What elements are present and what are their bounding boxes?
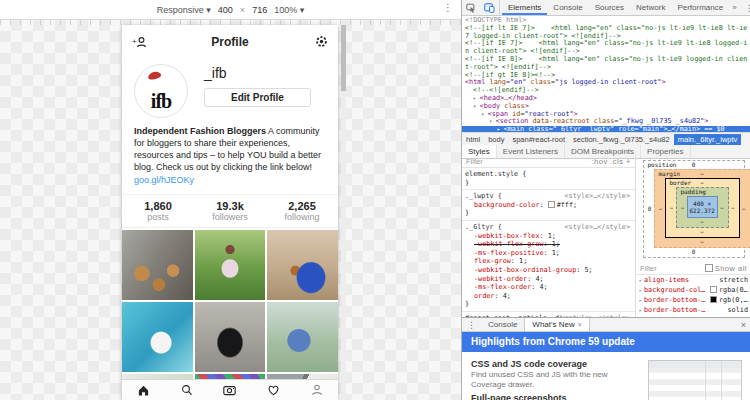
grid-photo-floral-dress-field[interactable] <box>195 230 266 300</box>
styles-pane: Filter :hov .cls + element.style {}._lwp… <box>462 155 636 318</box>
inspect-element-icon[interactable] <box>462 0 480 15</box>
devtools-tab-console[interactable]: Console <box>547 0 588 15</box>
device-emulation-pane: Responsive ▾ 400 × 716 100% ▾ ⋮ + Profil… <box>0 0 461 400</box>
stat-posts[interactable]: 1,860posts <box>122 200 194 222</box>
whats-new-text-coverage: Find unused CSS and JS with the new Cove… <box>471 370 638 390</box>
whats-new-tab-close-icon[interactable]: × <box>578 321 582 328</box>
styles-rules: element.style {}._lwptv {<style>…</style… <box>462 168 635 318</box>
breadcrumb-item[interactable]: span#react-root <box>508 134 569 145</box>
stat-following[interactable]: 2,265following <box>266 200 338 222</box>
devtools-tab-elements[interactable]: Elements <box>502 0 547 15</box>
viewport-scrollbar-thumb[interactable] <box>341 25 346 91</box>
page-title: Profile <box>122 35 338 49</box>
dom-node[interactable]: <!--[if IE 8]> <html lang="en" class="no… <box>462 56 750 72</box>
avatar[interactable]: ifb <box>134 64 188 118</box>
devtools-tab-network[interactable]: Network <box>630 0 671 15</box>
viewport-width-field[interactable]: 400 <box>218 5 233 15</box>
viewport-scrollbar[interactable] <box>341 25 346 400</box>
grid-photo-blue-skirt-steps[interactable] <box>267 230 338 300</box>
heart-icon[interactable] <box>267 384 280 396</box>
whats-new-heading-coverage: CSS and JS code coverage <box>471 359 638 369</box>
stats-row: 1,860posts19.3kfollowers2,265following <box>122 194 338 228</box>
edit-profile-button[interactable]: Edit Profile <box>204 88 311 107</box>
more-tabs-chevron[interactable]: » <box>729 0 739 15</box>
ifb-lips-logo-icon <box>147 71 161 81</box>
style-rule[interactable]: ._lwptv {<style>…</style>background-colo… <box>462 190 635 221</box>
grid-photo-coffee-flatlay[interactable] <box>122 230 193 300</box>
device-mode-toolbar: Responsive ▾ 400 × 716 100% ▾ ⋮ <box>0 0 461 20</box>
toggle-element-state-button[interactable]: :hov <box>591 157 607 166</box>
drawer-menu-icon[interactable]: ⋮ <box>462 318 481 331</box>
search-icon[interactable] <box>181 384 193 396</box>
show-all-checkbox[interactable] <box>705 264 713 272</box>
breadcrumb-item[interactable]: body <box>484 134 508 145</box>
profile-icon[interactable] <box>311 384 323 396</box>
dom-node[interactable]: <!--[if lt IE 7]> <html lang="en" class=… <box>462 25 750 41</box>
stat-followers[interactable]: 19.3kfollowers <box>194 200 266 222</box>
whats-new-thumbnail <box>648 360 742 400</box>
whats-new-body: CSS and JS code coverage Find unused CSS… <box>462 352 750 400</box>
box-model-margin: margin−−border−−padding−−400 × 622.372−−… <box>654 169 750 248</box>
drawer-close-icon[interactable]: × <box>736 318 750 331</box>
box-model-content: 400 × 622.372 <box>687 196 718 218</box>
styles-area: Filter :hov .cls + element.style {}._lwp… <box>462 155 750 318</box>
gear-icon[interactable] <box>315 35 328 48</box>
drawer-tab-console[interactable]: Console <box>481 318 524 331</box>
computed-property[interactable]: ▸background-colorrgba(0, 0, 0, 0) <box>636 285 750 295</box>
device-type-dropdown[interactable]: Responsive ▾ <box>157 5 211 15</box>
show-all-label: Show all <box>715 264 747 273</box>
profile-section: ifb _ifb Edit Profile <box>122 58 338 118</box>
whats-new-heading-screenshots: Full-page screenshots <box>471 393 638 400</box>
box-model-border: border−−padding−−400 × 622.372−−−− <box>665 178 740 238</box>
style-origin-link[interactable]: <style>…</style> <box>565 223 630 232</box>
instagram-tab-bar <box>122 379 338 400</box>
dimension-separator: × <box>240 5 245 15</box>
whats-new-banner: Highlights from Chrome 59 update <box>462 332 750 352</box>
breadcrumb-item[interactable]: section._fkwg._0l735._s4u82 <box>569 134 674 145</box>
add-people-icon[interactable]: + <box>132 36 147 48</box>
browser-window: Responsive ▾ 400 × 716 100% ▾ ⋮ + Profil… <box>0 0 750 400</box>
zoom-dropdown[interactable]: 100% ▾ <box>274 5 304 15</box>
grid-photo-poolside-white[interactable] <box>122 302 193 372</box>
photo-grid <box>122 230 338 400</box>
devtools-tab-strip: ElementsConsoleSourcesNetworkPerformance <box>502 0 729 15</box>
home-icon[interactable] <box>137 384 150 397</box>
bio-link[interactable]: goo.gl/hJEOKy <box>134 175 194 185</box>
styles-filter-input[interactable]: Filter <box>466 157 483 166</box>
devtools-tab-performance[interactable]: Performance <box>671 0 729 15</box>
grid-photo-black-outfit[interactable] <box>195 302 266 372</box>
computed-filter-input[interactable]: Filter <box>640 264 657 273</box>
computed-properties: ▸align-itemsstretch▸background-colorrgba… <box>636 275 750 318</box>
device-toolbar-menu-icon[interactable]: ⋮ <box>443 2 453 13</box>
mobile-viewport: + Profile ifb _ifb Edit Profile <box>122 25 338 400</box>
viewport-height-field[interactable]: 716 <box>252 5 267 15</box>
element-classes-button[interactable]: .cls <box>610 157 623 166</box>
svg-text:+: + <box>132 37 137 46</box>
style-rule[interactable]: ._6ltyr {<style>…</style>-webkit-box-fle… <box>462 221 635 312</box>
devtools-tab-sources[interactable]: Sources <box>589 0 630 15</box>
dom-tree: <!DOCTYPE html><!--[if lt IE 7]> <html l… <box>462 16 750 132</box>
style-origin-link[interactable]: <style>…</style> <box>565 192 630 201</box>
new-style-rule-button[interactable]: + <box>626 157 631 166</box>
devtools-panel: ElementsConsoleSourcesNetworkPerformance… <box>461 0 750 400</box>
breadcrumb-item[interactable]: html <box>462 134 484 145</box>
grid-photo-blue-dress-outdoor[interactable] <box>267 302 338 372</box>
computed-property[interactable]: ▸border-bottom-stylesolid <box>636 305 750 315</box>
dom-node[interactable]: ▸ <main class="_6ltyr _lwptv" role="main… <box>462 126 750 132</box>
box-model[interactable]: position00margin−−border−−padding−−400 ×… <box>643 160 745 258</box>
style-rule[interactable]: element.style {} <box>462 168 635 190</box>
computed-property[interactable]: ▸align-itemsstretch <box>636 275 750 285</box>
breadcrumb-item[interactable]: main._6ltyr._lwptv <box>674 134 742 145</box>
computed-property[interactable]: ▸border-bottom-colorrgb(0, 0, 0) <box>636 295 750 305</box>
bio-display-name: Independent Fashion Bloggers <box>134 126 266 136</box>
camera-icon[interactable] <box>223 385 236 396</box>
box-model-padding: padding−−400 × 622.372−− <box>676 187 729 228</box>
username: _ifb <box>204 65 326 81</box>
instagram-header: + Profile <box>122 25 338 58</box>
devtools-menu-icon[interactable]: ⋮ <box>740 0 750 15</box>
drawer-tab-bar: ⋮ ConsoleWhat's New× × <box>462 318 750 332</box>
dom-node[interactable]: <!--[if IE 7]> <html lang="en" class="no… <box>462 40 750 56</box>
drawer-tab-what-s-new[interactable]: What's New× <box>524 318 590 331</box>
device-toolbar-icon[interactable] <box>480 0 500 15</box>
box-model-position: position00margin−−border−−padding−−400 ×… <box>643 160 745 258</box>
